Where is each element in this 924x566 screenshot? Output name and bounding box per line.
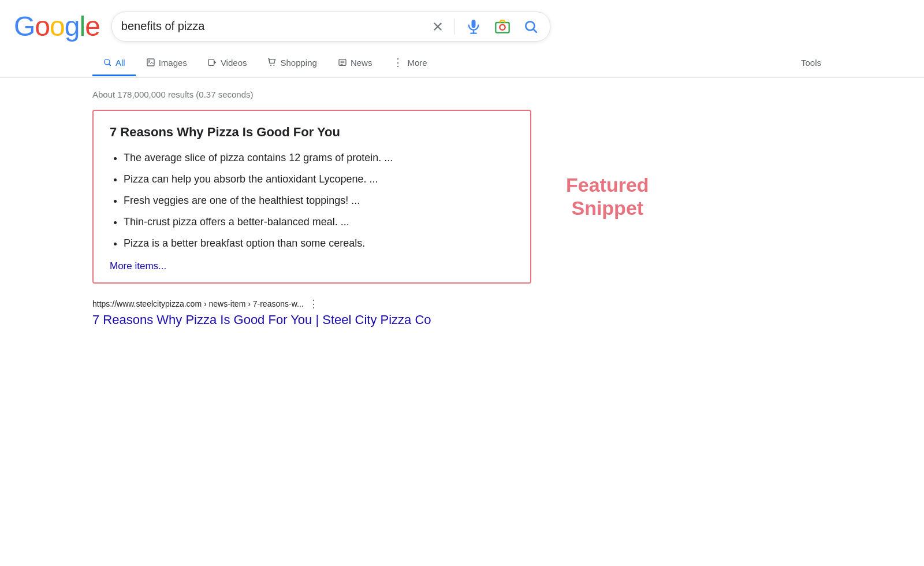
tab-more-label: More: [407, 58, 427, 68]
snippet-title: 7 Reasons Why Pizza Is Good For You: [110, 125, 514, 140]
search-icons: [429, 16, 541, 37]
images-tab-icon: [146, 58, 155, 67]
search-tab-icon: [103, 58, 112, 67]
search-bar[interactable]: [111, 12, 550, 42]
tools-tab[interactable]: Tools: [791, 50, 832, 76]
clear-icon: [431, 20, 444, 33]
voice-search-button[interactable]: [463, 16, 484, 37]
results-area: About 178,000,000 results (0.37 seconds)…: [0, 78, 924, 339]
tab-more[interactable]: ⋮ More: [382, 48, 437, 77]
news-tab-icon: [338, 58, 347, 67]
search-input[interactable]: [121, 20, 423, 33]
more-dots-icon: ⋮: [393, 56, 404, 69]
tab-all[interactable]: All: [92, 50, 136, 76]
tab-news[interactable]: News: [327, 50, 383, 76]
svg-line-6: [534, 29, 536, 32]
more-items-link[interactable]: More items...: [110, 260, 166, 271]
tab-news-label: News: [351, 58, 372, 68]
tab-images-label: Images: [159, 58, 187, 68]
logo-o2: o: [50, 10, 65, 42]
featured-snippet-box: 7 Reasons Why Pizza Is Good For You The …: [92, 110, 531, 284]
svg-point-14: [274, 65, 275, 66]
logo-g: G: [14, 10, 35, 42]
camera-icon: [494, 18, 511, 35]
svg-point-13: [270, 65, 271, 66]
logo-g2: g: [65, 10, 80, 42]
featured-snippet-wrapper: 7 Reasons Why Pizza Is Good For You The …: [92, 110, 832, 284]
tab-videos-label: Videos: [221, 58, 247, 68]
tab-shopping-label: Shopping: [280, 58, 316, 68]
svg-rect-0: [471, 20, 475, 28]
svg-point-10: [148, 60, 150, 62]
results-count: About 178,000,000 results (0.37 seconds): [92, 90, 832, 99]
microphone-icon: [465, 18, 482, 35]
result-url-row: https://www.steelcitypizza.com › news-it…: [92, 297, 832, 310]
svg-line-8: [109, 64, 111, 66]
image-search-button[interactable]: [492, 16, 513, 37]
featured-snippet-label: FeaturedSnippet: [566, 173, 649, 221]
search-icon: [523, 19, 538, 34]
list-item: The average slice of pizza contains 12 g…: [124, 150, 514, 166]
tab-videos[interactable]: Videos: [198, 50, 258, 76]
shopping-tab-icon: [267, 58, 277, 67]
tab-all-label: All: [116, 58, 125, 68]
snippet-list: The average slice of pizza contains 12 g…: [110, 150, 514, 251]
search-button[interactable]: [521, 17, 541, 36]
svg-rect-11: [208, 59, 214, 66]
tab-images[interactable]: Images: [136, 50, 198, 76]
list-item: Pizza can help you absorb the antioxidan…: [124, 172, 514, 187]
list-item: Pizza is a better breakfast option than …: [124, 236, 514, 251]
list-item: Fresh veggies are one of the healthiest …: [124, 193, 514, 208]
tab-shopping[interactable]: Shopping: [257, 50, 327, 76]
logo-e: e: [85, 10, 100, 42]
videos-tab-icon: [208, 58, 217, 67]
logo-l: l: [79, 10, 85, 42]
clear-button[interactable]: [429, 18, 446, 35]
result-options-icon[interactable]: ⋮: [308, 297, 319, 310]
result-url: https://www.steelcitypizza.com › news-it…: [92, 299, 304, 308]
logo-o1: o: [35, 10, 50, 42]
svg-marker-12: [214, 61, 217, 64]
list-item: Thin-crust pizza offers a better-balance…: [124, 214, 514, 230]
result-title-link[interactable]: 7 Reasons Why Pizza Is Good For You | St…: [92, 312, 431, 327]
svg-point-4: [500, 24, 505, 29]
svg-rect-9: [147, 59, 154, 66]
header: Google: [0, 0, 924, 48]
search-tabs: All Images Videos Shopping: [0, 48, 924, 78]
search-divider: [454, 18, 455, 35]
google-logo: Google: [14, 10, 100, 42]
